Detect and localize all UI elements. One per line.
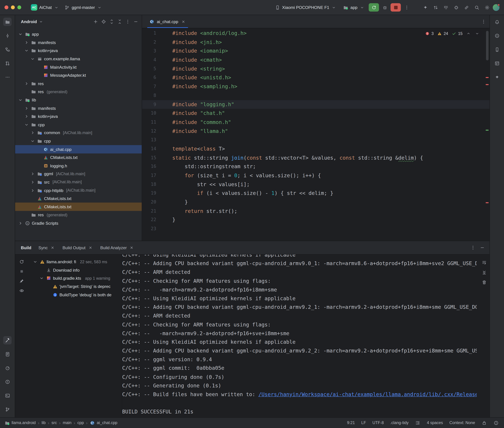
branch-widget[interactable]: ggml-master xyxy=(62,3,105,11)
line-number[interactable]: 16 xyxy=(142,162,156,171)
search-everywhere-button[interactable] xyxy=(472,3,481,12)
breadcrumb-item-src[interactable]: src xyxy=(51,420,57,425)
close-tab-icon[interactable] xyxy=(50,245,55,250)
code-line[interactable]: 16 std::ostringstream str; xyxy=(142,162,489,171)
tree-item-ggml[interactable]: ggml[AiChat.lib.main] xyxy=(15,170,142,178)
code-line[interactable]: 6#include <unistd.h> xyxy=(142,73,489,82)
code-line[interactable]: 2#include <jni.h> xyxy=(142,38,489,47)
ai-assistant-button[interactable] xyxy=(421,3,430,12)
scroll-to-end-icon[interactable] xyxy=(482,270,487,275)
version-control-tool-button[interactable] xyxy=(3,405,12,413)
clang-tidy-widget[interactable]: .clang-tidy xyxy=(390,420,409,425)
project-widget[interactable]: AC AiChat xyxy=(28,3,62,12)
error-count[interactable]: 3 xyxy=(425,31,434,36)
code-line[interactable]: 4#include <cmath> xyxy=(142,56,489,64)
chevron-down-icon[interactable] xyxy=(24,122,29,127)
build-tree-item-jvmtarget-string-is-deprec[interactable]: 'jvmTarget: String' is deprec xyxy=(28,282,122,291)
code-line[interactable]: 10#include "chat.h" xyxy=(142,109,489,118)
collapse-all-icon[interactable] xyxy=(117,19,122,25)
tree-item-messageadapter-kt[interactable]: MessageAdapter.kt xyxy=(15,71,142,80)
tree-item-cmakelists-txt[interactable]: CMakeLists.txt xyxy=(15,203,142,211)
chevron-down-icon[interactable] xyxy=(18,32,23,37)
line-number[interactable]: 19 xyxy=(142,189,156,198)
code-line[interactable]: 12#include "llama.h" xyxy=(142,127,489,136)
console-file-link[interactable]: /Users/hanyin/Workspace/ai-chat/examples… xyxy=(258,391,477,397)
profile-avatar[interactable] xyxy=(493,4,499,11)
tree-item-src[interactable]: src[AiChat.lib.main] xyxy=(15,178,142,186)
chevron-down-icon[interactable] xyxy=(30,56,35,62)
notifications-icon[interactable] xyxy=(493,420,499,426)
close-tab-icon[interactable] xyxy=(88,245,93,250)
code-line[interactable]: 15static std::string join(const std::vec… xyxy=(142,153,489,162)
task-list-button[interactable] xyxy=(441,3,450,12)
code-line[interactable]: 11#include "common.h" xyxy=(142,118,489,127)
code-line[interactable]: 8 xyxy=(142,91,489,100)
line-number[interactable]: 4 xyxy=(142,56,156,64)
code-line[interactable]: 21 return str.str(); xyxy=(142,207,489,216)
close-tab-icon[interactable] xyxy=(180,19,186,24)
chevron-right-icon[interactable] xyxy=(30,180,35,185)
code-line[interactable]: 23 xyxy=(142,224,489,233)
line-number[interactable]: 14 xyxy=(142,144,156,153)
code-line[interactable]: 19 if (i < values.size() - 1) { str << d… xyxy=(142,189,489,198)
build-tree-item-download-info[interactable]: Download info xyxy=(28,266,122,274)
editor-scrollbar[interactable] xyxy=(486,31,488,60)
error-stripe[interactable] xyxy=(485,28,489,241)
code-line[interactable]: 22} xyxy=(142,216,489,224)
chevron-right-icon[interactable] xyxy=(24,114,29,119)
filter-icon[interactable] xyxy=(19,288,24,293)
editor-tab-ai-chat-cpp[interactable]: ai_chat.cpp xyxy=(146,15,189,28)
pull-requests-tool-button[interactable] xyxy=(3,59,12,67)
editor-options-icon[interactable] xyxy=(481,19,486,24)
line-number[interactable]: 15 xyxy=(142,153,156,162)
caret-position[interactable]: 9:21 xyxy=(347,420,355,425)
project-view-selector[interactable]: Android xyxy=(21,19,37,24)
code-line[interactable]: 9#include "logging.h" xyxy=(142,100,489,109)
error-stripe-mark[interactable] xyxy=(486,77,488,78)
chevron-right-icon[interactable] xyxy=(24,81,29,86)
tree-item-cpp-httplib[interactable]: cpp-httplib[AiChat.lib.main] xyxy=(15,186,142,195)
minimize-window-button[interactable] xyxy=(11,6,15,9)
code-line[interactable]: 7#include <sampling.h> xyxy=(142,82,489,91)
breadcrumb-item-lib[interactable]: lib xyxy=(42,420,46,425)
next-issue-icon[interactable] xyxy=(475,31,480,36)
code-line[interactable]: 20 } xyxy=(142,198,489,207)
error-stripe-mark[interactable] xyxy=(486,84,488,85)
vcs-update-button[interactable] xyxy=(431,3,440,12)
more-run-options-button[interactable] xyxy=(402,3,411,12)
logcat-tool-button[interactable] xyxy=(3,350,12,358)
encoding-widget[interactable]: UTF-8 xyxy=(372,420,384,425)
hide-build-panel-icon[interactable] xyxy=(480,245,485,250)
line-number[interactable]: 18 xyxy=(142,180,156,189)
chevron-down-icon[interactable] xyxy=(39,276,44,281)
code-area[interactable]: 1#include <android/log.h>2#include <jni.… xyxy=(142,28,489,241)
tree-item-cmakelists-txt[interactable]: CMakeLists.txt xyxy=(15,153,142,162)
line-number[interactable]: 1 xyxy=(142,29,156,38)
chevron-down-icon[interactable] xyxy=(38,19,44,25)
stop-button[interactable] xyxy=(391,3,401,12)
tree-item-lib[interactable]: lib xyxy=(15,96,142,104)
chevron-down-icon[interactable] xyxy=(32,259,38,265)
line-number[interactable]: 7 xyxy=(142,82,156,91)
chevron-down-icon[interactable] xyxy=(30,138,35,144)
line-number[interactable]: 3 xyxy=(142,47,156,56)
pin-icon[interactable] xyxy=(19,278,24,284)
code-line[interactable]: 17 for (size_t i = 0; i < values.size();… xyxy=(142,171,489,180)
code-line[interactable]: 13 xyxy=(142,135,489,144)
build-tab-build-analyzer[interactable]: Build Analyzer xyxy=(100,245,135,250)
tree-item-mainactivity-kt[interactable]: MainActivity.kt xyxy=(15,63,142,71)
line-number[interactable]: 13 xyxy=(142,135,156,144)
debug-button[interactable] xyxy=(380,3,389,12)
assistant-tool-button[interactable] xyxy=(493,73,501,81)
line-number[interactable]: 11 xyxy=(142,118,156,127)
tree-item-manifests[interactable]: manifests xyxy=(15,38,142,47)
tree-item-gradle-scripts[interactable]: GGradle Scripts xyxy=(15,219,142,227)
problems-tool-button[interactable] xyxy=(3,378,12,386)
line-number[interactable]: 21 xyxy=(142,207,156,216)
gradle-tool-button[interactable]: G xyxy=(493,32,501,40)
tree-item-kotlin-java[interactable]: kotlin+java xyxy=(15,112,142,121)
code-line[interactable]: 5#include <string> xyxy=(142,64,489,73)
clear-console-icon[interactable] xyxy=(482,280,487,285)
line-number[interactable]: 17 xyxy=(142,171,156,180)
settings-button[interactable] xyxy=(482,3,491,12)
